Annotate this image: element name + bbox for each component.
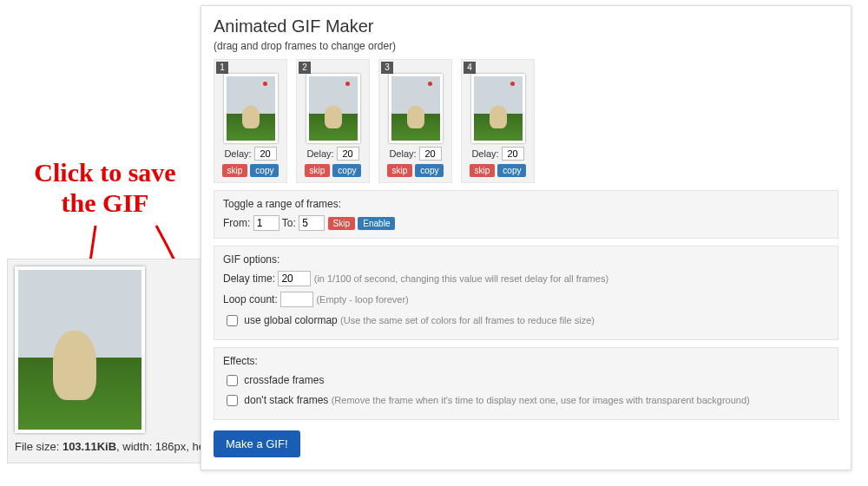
dont-stack-hint: (Remove the frame when it's time to disp… — [332, 395, 750, 405]
frame-delay-label: Delay: — [224, 148, 251, 159]
frame-number: 3 — [381, 62, 393, 74]
frame[interactable]: 2Delay: skipcopy — [296, 59, 370, 183]
frame-skip-button[interactable]: skip — [470, 164, 496, 177]
delay-time-hint: (in 1/100 of second, changing this value… — [314, 273, 608, 284]
frame[interactable]: 3Delay: skipcopy — [378, 59, 452, 183]
frame-thumbnail[interactable] — [224, 74, 278, 143]
frame-delay-label: Delay: — [306, 148, 333, 159]
frame-copy-button[interactable]: copy — [332, 164, 361, 177]
range-enable-button[interactable]: Enable — [358, 217, 395, 230]
range-section: Toggle a range of frames: From: To: Skip… — [214, 190, 838, 239]
annotation-text: Click to save the GIF — [14, 158, 196, 218]
file-size-value: 103.11KiB — [62, 440, 116, 453]
frame-number: 4 — [464, 62, 476, 74]
frame-thumbnail[interactable] — [471, 74, 525, 143]
result-preview-image[interactable] — [15, 266, 145, 433]
frame-number: 1 — [216, 62, 228, 74]
frame-skip-button[interactable]: skip — [387, 164, 413, 177]
global-colormap-checkbox[interactable] — [227, 315, 238, 326]
frame-delay-input[interactable] — [419, 147, 442, 161]
loop-count-input[interactable] — [280, 292, 313, 307]
from-label: From: — [223, 217, 250, 229]
delay-time-input[interactable] — [278, 271, 311, 286]
to-label: To: — [282, 217, 296, 229]
file-size-label: File size: — [15, 440, 62, 453]
frame-delay-label: Delay: — [389, 148, 416, 159]
frame-skip-button[interactable]: skip — [222, 164, 248, 177]
frame-delay-input[interactable] — [502, 147, 524, 161]
frame-thumbnail[interactable] — [389, 74, 443, 143]
make-gif-button[interactable]: Make a GIF! — [214, 430, 300, 457]
options-title: GIF options: — [223, 253, 829, 266]
global-colormap-label: use global colormap — [244, 314, 337, 326]
frame-copy-button[interactable]: copy — [497, 164, 526, 177]
frame[interactable]: 4Delay: skipcopy — [461, 59, 535, 183]
frame-delay-input[interactable] — [254, 147, 277, 161]
from-input[interactable] — [253, 215, 279, 231]
effects-section: Effects: crossfade frames don't stack fr… — [214, 347, 838, 420]
frame-delay-input[interactable] — [337, 147, 359, 161]
frame-number: 2 — [299, 62, 311, 74]
to-input[interactable] — [299, 215, 325, 231]
frame-copy-button[interactable]: copy — [250, 164, 279, 177]
panel-title: Animated GIF Maker — [214, 16, 838, 36]
crossfade-checkbox[interactable] — [227, 375, 238, 386]
dont-stack-label: don't stack frames — [244, 394, 328, 406]
gif-maker-panel: Animated GIF Maker (drag and drop frames… — [201, 5, 852, 470]
options-section: GIF options: Delay time: (in 1/100 of se… — [214, 246, 838, 340]
reorder-hint: (drag and drop frames to change order) — [214, 40, 838, 52]
loop-count-hint: (Empty - loop forever) — [316, 294, 408, 305]
frame-thumbnail[interactable] — [306, 74, 360, 143]
global-colormap-hint: (Use the same set of colors for all fram… — [340, 315, 595, 325]
frame-skip-button[interactable]: skip — [305, 164, 331, 177]
delay-time-label: Delay time: — [223, 273, 275, 285]
range-skip-button[interactable]: Skip — [328, 217, 355, 230]
loop-count-label: Loop count: — [223, 293, 278, 305]
annotation-line2: the GIF — [62, 188, 149, 217]
frame-delay-label: Delay: — [471, 148, 498, 159]
dont-stack-checkbox[interactable] — [227, 395, 238, 406]
frame[interactable]: 1Delay: skipcopy — [214, 59, 287, 183]
range-title: Toggle a range of frames: — [223, 198, 829, 210]
annotation-line1: Click to save — [34, 158, 175, 187]
frame-copy-button[interactable]: copy — [415, 164, 444, 177]
crossfade-label: crossfade frames — [244, 374, 324, 386]
effects-title: Effects: — [223, 355, 829, 367]
frames-row: 1Delay: skipcopy2Delay: skipcopy3Delay: … — [214, 59, 838, 183]
